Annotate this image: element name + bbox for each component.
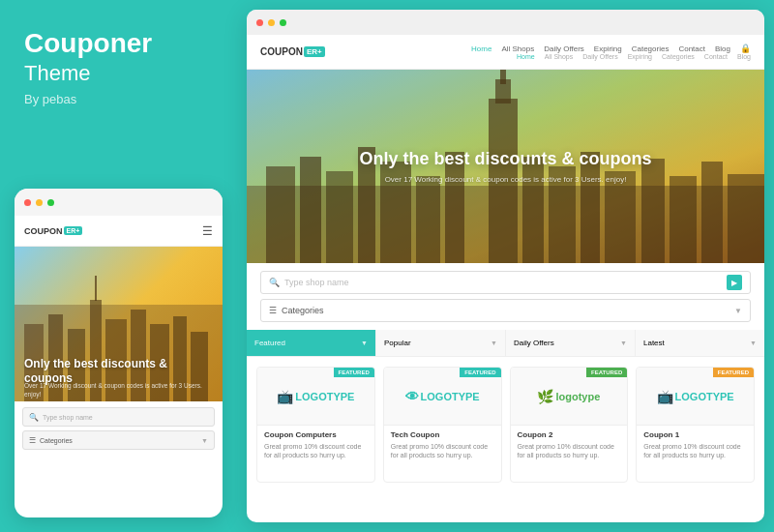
desktop-hero-sub: Over 17 Working discount & coupon codes … bbox=[273, 175, 739, 184]
card-desc-3: Great promo 10% discount code for all pr… bbox=[643, 442, 747, 459]
card-logo-area-2: FEATURED 🌿 logotype bbox=[511, 368, 628, 426]
card-desc-0: Great promo 10% discount code for all pr… bbox=[264, 442, 368, 459]
filter-tab-featured-arrow: ▼ bbox=[361, 340, 368, 346]
card-logotype-2: 🌿 logotype bbox=[537, 389, 600, 404]
mobile-er-badge: ER+ bbox=[64, 226, 83, 235]
nav-icon-lock: 🔒 bbox=[740, 44, 751, 53]
desktop-dot-yellow bbox=[268, 19, 275, 26]
card-logo-icon-2: 🌿 bbox=[537, 389, 553, 404]
nav-link-dailyoffers[interactable]: Daily Offers bbox=[544, 44, 584, 53]
card-desc-2: Great promo 10% discount code for all pr… bbox=[518, 442, 621, 459]
card-info-2: Coupon 2 Great promo 10% discount code f… bbox=[511, 426, 628, 464]
desktop-search-bar[interactable]: 🔍 Type shop name ▶ bbox=[260, 271, 751, 294]
mobile-search-icon: 🔍 bbox=[29, 413, 39, 422]
subnav-allshops: All Shops bbox=[545, 53, 574, 60]
mobile-hero: Only the best discounts & coupons Over 1… bbox=[15, 247, 223, 401]
card-logo-area-0: FEATURED 📺 LOGOTYPE bbox=[257, 368, 374, 426]
desktop-search-button[interactable]: ▶ bbox=[727, 275, 742, 290]
card-badge-2: FEATURED bbox=[586, 368, 627, 377]
desktop-mockup: COUPONER+ Home All Shops Daily Offers Ex… bbox=[247, 10, 764, 522]
mobile-cat-arrow-icon: ▼ bbox=[201, 437, 208, 444]
desktop-search-icon: 🔍 bbox=[269, 278, 280, 287]
mobile-logo: COUPONER+ bbox=[24, 226, 82, 236]
subnav-home: Home bbox=[517, 53, 535, 60]
coupon-card-2[interactable]: FEATURED 🌿 logotype Coupon 2 Great promo… bbox=[510, 367, 629, 483]
card-logo-icon-1: 👁 bbox=[405, 389, 419, 404]
card-badge-1: FEATURED bbox=[460, 368, 500, 377]
subnav-expiring: Expiring bbox=[628, 53, 652, 60]
mobile-search-bar[interactable]: 🔍 Type shop name bbox=[22, 407, 215, 427]
subnav-categories: Categories bbox=[662, 53, 695, 60]
desktop-nav: COUPONER+ Home All Shops Daily Offers Ex… bbox=[247, 35, 764, 70]
subnav-dailyoffers: Daily Offers bbox=[582, 53, 617, 60]
desktop-search-placeholder: Type shop name bbox=[284, 278, 722, 287]
card-title-0: Coupon Computers bbox=[264, 430, 368, 439]
desktop-cat-arrow: ▼ bbox=[734, 307, 742, 315]
desktop-filter-tabs: Featured ▼ Popular ▼ Daily Offers ▼ Late… bbox=[247, 330, 764, 357]
mobile-dot-red bbox=[24, 199, 31, 206]
card-logo-text-2: logotype bbox=[555, 391, 600, 402]
desktop-hero-title: Only the best discounts & coupons bbox=[273, 149, 739, 169]
mobile-search-area: 🔍 Type shop name ☰ Categories ▼ bbox=[15, 401, 223, 456]
brand-title: Couponer bbox=[24, 29, 213, 59]
nav-link-expiring[interactable]: Expiring bbox=[594, 44, 622, 53]
filter-tab-latest-arrow: ▼ bbox=[750, 340, 757, 346]
desktop-dot-red bbox=[256, 19, 263, 26]
subnav-blog: Blog bbox=[737, 53, 751, 60]
mobile-dot-yellow bbox=[36, 199, 43, 206]
desktop-nav-links: Home All Shops Daily Offers Expiring Cat… bbox=[471, 44, 751, 53]
mobile-cat-text: Categories bbox=[40, 437, 197, 444]
mobile-hero-sub: Over 17 Working discount & coupon codes … bbox=[24, 382, 213, 399]
nav-link-home[interactable]: Home bbox=[471, 44, 491, 53]
filter-tab-dailyoffers[interactable]: Daily Offers ▼ bbox=[506, 330, 636, 356]
card-desc-1: Great promo 10% discount code for all pr… bbox=[391, 442, 494, 459]
filter-tab-featured-label: Featured bbox=[254, 339, 285, 347]
card-title-2: Coupon 2 bbox=[518, 430, 621, 439]
card-badge-3: FEATURED bbox=[713, 368, 754, 377]
desktop-logo: COUPONER+ bbox=[260, 46, 325, 57]
subnav-contact: Contact bbox=[704, 53, 728, 60]
desktop-hero: Only the best discounts & coupons Over 1… bbox=[247, 70, 764, 263]
card-logo-icon-0: 📺 bbox=[277, 389, 293, 404]
desktop-cards: FEATURED 📺 LOGOTYPE Coupon Computers Gre… bbox=[247, 357, 764, 483]
card-logo-text-0: LOGOTYPE bbox=[295, 391, 354, 402]
filter-tab-dailyoffers-arrow: ▼ bbox=[620, 340, 627, 346]
filter-tab-featured[interactable]: Featured ▼ bbox=[247, 330, 376, 356]
desktop-search-section: 🔍 Type shop name ▶ ☰ Categories ▼ bbox=[247, 263, 764, 330]
filter-tab-popular-arrow: ▼ bbox=[491, 340, 497, 346]
coupon-card-3[interactable]: FEATURED 📺 LOGOTYPE Coupon 1 Great promo… bbox=[636, 367, 755, 483]
brand-author: By pebas bbox=[24, 92, 213, 106]
nav-link-allshops[interactable]: All Shops bbox=[501, 44, 534, 53]
desktop-categories-bar[interactable]: ☰ Categories ▼ bbox=[260, 299, 751, 322]
card-logotype-1: 👁 LOGOTYPE bbox=[405, 389, 480, 404]
svg-rect-10 bbox=[95, 276, 97, 301]
card-logotype-3: 📺 LOGOTYPE bbox=[657, 389, 734, 404]
mobile-categories-bar[interactable]: ☰ Categories ▼ bbox=[22, 430, 215, 450]
mobile-search-text: Type shop name bbox=[43, 414, 93, 421]
card-info-1: Tech Coupon Great promo 10% discount cod… bbox=[384, 426, 501, 464]
filter-tab-popular-label: Popular bbox=[384, 339, 411, 347]
nav-link-contact[interactable]: Contact bbox=[678, 44, 705, 53]
card-logo-icon-3: 📺 bbox=[657, 389, 673, 404]
coupon-card-1[interactable]: FEATURED 👁 LOGOTYPE Tech Coupon Great pr… bbox=[383, 367, 502, 483]
card-logo-text-1: LOGOTYPE bbox=[421, 391, 480, 402]
filter-tab-latest-label: Latest bbox=[643, 339, 665, 347]
mobile-nav: COUPONER+ ☰ bbox=[15, 216, 223, 247]
card-logo-area-3: FEATURED 📺 LOGOTYPE bbox=[637, 368, 754, 426]
coupon-card-0[interactable]: FEATURED 📺 LOGOTYPE Coupon Computers Gre… bbox=[256, 367, 375, 483]
nav-link-blog[interactable]: Blog bbox=[715, 44, 730, 53]
filter-tab-popular[interactable]: Popular ▼ bbox=[376, 330, 506, 356]
card-badge-0: FEATURED bbox=[334, 368, 374, 377]
card-title-3: Coupon 1 bbox=[643, 430, 747, 439]
card-title-1: Tech Coupon bbox=[391, 430, 494, 439]
nav-link-categories[interactable]: Categories bbox=[632, 44, 670, 53]
card-info-0: Coupon Computers Great promo 10% discoun… bbox=[257, 426, 374, 464]
mobile-mockup: COUPONER+ ☰ Only the best discounts & co bbox=[15, 189, 223, 517]
desktop-dot-green bbox=[280, 19, 286, 26]
desktop-hero-content: Only the best discounts & coupons Over 1… bbox=[273, 149, 739, 184]
filter-tab-latest[interactable]: Latest ▼ bbox=[636, 330, 764, 356]
card-info-3: Coupon 1 Great promo 10% discount code f… bbox=[637, 426, 754, 464]
mobile-dot-green bbox=[47, 199, 54, 206]
desktop-nav-sub: Home All Shops Daily Offers Expiring Cat… bbox=[517, 53, 751, 60]
card-logotype-0: 📺 LOGOTYPE bbox=[277, 389, 354, 404]
